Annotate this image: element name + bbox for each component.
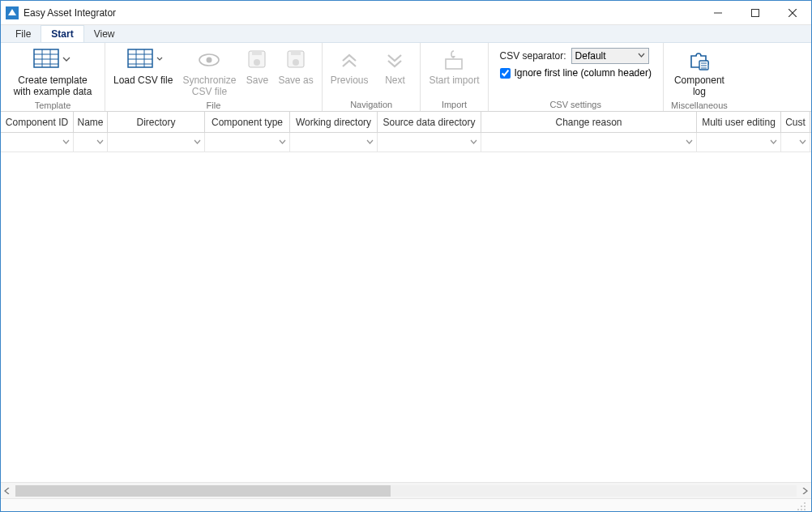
svg-rect-11 xyxy=(128,49,152,67)
puzzle-icon xyxy=(686,46,712,74)
column-header[interactable]: Cust xyxy=(781,112,810,132)
component-log-label: Component log xyxy=(674,75,724,98)
column-header[interactable]: Directory xyxy=(108,112,205,132)
next-label: Next xyxy=(385,75,405,87)
next-button[interactable]: Next xyxy=(373,45,417,88)
group-label-template: Template xyxy=(4,100,101,112)
grid-filter-row xyxy=(1,133,811,152)
csv-separator-value: Default xyxy=(575,50,606,62)
svg-point-30 xyxy=(804,502,806,504)
synchronize-csv-button[interactable]: Synchronize CSV file xyxy=(177,45,241,100)
svg-rect-2 xyxy=(752,9,759,16)
resize-grip-icon[interactable] xyxy=(795,500,806,511)
scroll-left-icon[interactable] xyxy=(1,484,14,497)
column-filter[interactable] xyxy=(108,133,205,151)
chevron-down-icon xyxy=(638,50,645,62)
ribbon-group-miscellaneous: Component log Miscellaneous xyxy=(664,43,735,111)
start-import-label: Start import xyxy=(429,75,479,87)
menu-view[interactable]: View xyxy=(84,25,125,42)
column-header[interactable]: Change reason xyxy=(481,112,697,132)
ignore-first-line-label: Ignore first line (column header) xyxy=(515,67,652,79)
app-icon xyxy=(6,6,19,19)
group-label-import: Import xyxy=(424,99,484,111)
group-label-file: File xyxy=(109,100,318,112)
chevron-down-icon xyxy=(96,139,104,146)
scroll-right-icon[interactable] xyxy=(798,484,811,497)
svg-rect-24 xyxy=(291,51,301,55)
svg-point-32 xyxy=(804,506,806,507)
save-button[interactable]: Save xyxy=(241,45,273,88)
scrollbar-thumb[interactable] xyxy=(15,485,391,497)
column-header[interactable]: Component ID xyxy=(1,112,74,132)
scrollbar-track[interactable] xyxy=(15,485,797,497)
chevron-down-icon xyxy=(194,139,201,146)
minimize-button[interactable] xyxy=(699,1,737,25)
grid-header: Component IDNameDirectoryComponent typeW… xyxy=(1,112,811,133)
column-filter[interactable] xyxy=(378,133,481,151)
column-header[interactable]: Multi user editing xyxy=(697,112,781,132)
titlebar: Easy Asset Integrator xyxy=(1,1,811,25)
column-filter[interactable] xyxy=(74,133,108,151)
table-icon xyxy=(123,46,164,74)
ribbon-group-template: Create template with example data Templa… xyxy=(1,43,105,111)
column-header[interactable]: Working directory xyxy=(290,112,378,132)
previous-button[interactable]: Previous xyxy=(326,45,374,88)
ribbon-group-csv-settings: CSV separator: Default Ignore first line… xyxy=(489,43,664,111)
svg-point-35 xyxy=(804,509,806,510)
create-template-button[interactable]: Create template with example data xyxy=(4,45,101,100)
chevron-down-icon xyxy=(770,139,777,146)
save-label: Save xyxy=(246,75,268,87)
column-filter[interactable] xyxy=(205,133,290,151)
import-icon xyxy=(442,46,465,74)
group-label-misc: Miscellaneous xyxy=(667,100,732,112)
ignore-first-line-checkbox[interactable] xyxy=(500,68,511,79)
load-csv-button[interactable]: Load CSV file xyxy=(109,45,177,88)
csv-separator-select[interactable]: Default xyxy=(571,48,649,64)
column-filter[interactable] xyxy=(1,133,74,151)
svg-rect-21 xyxy=(252,51,262,55)
component-log-button[interactable]: Component log xyxy=(667,45,732,100)
close-button[interactable] xyxy=(774,1,811,25)
load-csv-label: Load CSV file xyxy=(113,75,173,87)
create-template-label: Create template with example data xyxy=(14,75,92,98)
chevrons-down-icon xyxy=(384,46,405,74)
column-header[interactable]: Component type xyxy=(205,112,290,132)
maximize-button[interactable] xyxy=(737,1,774,25)
svg-point-33 xyxy=(797,509,799,510)
previous-label: Previous xyxy=(331,75,369,87)
svg-point-20 xyxy=(254,59,260,66)
menubar: File Start View xyxy=(1,25,811,43)
column-header[interactable]: Name xyxy=(74,112,108,132)
group-label-navigation: Navigation xyxy=(326,99,417,111)
column-filter[interactable] xyxy=(481,133,697,151)
save-as-button[interactable]: Save as xyxy=(273,45,318,88)
ribbon-group-navigation: Previous Next Navigation xyxy=(323,43,421,111)
svg-point-34 xyxy=(801,509,802,510)
menu-start[interactable]: Start xyxy=(41,25,83,42)
csv-separator-label: CSV separator: xyxy=(500,50,566,62)
group-label-csv: CSV settings xyxy=(492,99,660,111)
svg-rect-25 xyxy=(446,59,462,69)
column-filter[interactable] xyxy=(697,133,781,151)
column-filter[interactable] xyxy=(290,133,378,151)
eye-icon xyxy=(196,46,222,74)
window-title: Easy Asset Integrator xyxy=(24,7,699,19)
chevron-down-icon xyxy=(62,139,70,146)
save-icon xyxy=(246,46,267,74)
menu-file[interactable]: File xyxy=(6,25,41,42)
data-grid: Component IDNameDirectoryComponent typeW… xyxy=(1,112,811,498)
svg-rect-5 xyxy=(34,49,58,67)
grid-body[interactable] xyxy=(1,152,811,482)
chevron-down-icon xyxy=(470,139,477,146)
chevron-down-icon xyxy=(686,139,693,146)
start-import-button[interactable]: Start import xyxy=(424,45,484,88)
svg-point-23 xyxy=(293,59,299,66)
horizontal-scrollbar[interactable] xyxy=(1,482,811,498)
chevron-down-icon xyxy=(279,139,286,146)
chevron-down-icon xyxy=(799,139,806,146)
column-header[interactable]: Source data directory xyxy=(378,112,481,132)
column-filter[interactable] xyxy=(781,133,810,151)
table-icon xyxy=(32,46,73,74)
chevron-down-icon xyxy=(366,139,374,146)
save-as-label: Save as xyxy=(278,75,313,87)
